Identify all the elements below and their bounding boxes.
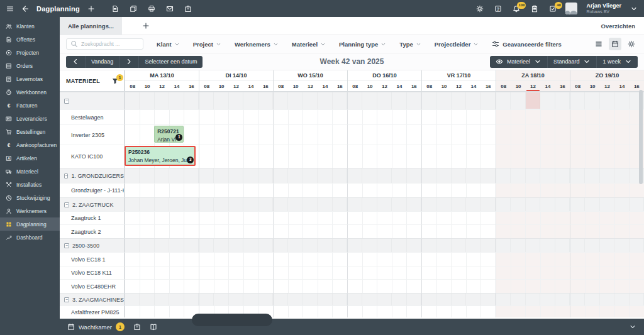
filter-dropdown-materieel[interactable]: Materieel [292,41,326,48]
sidebar-item-offertes[interactable]: Offertes [0,33,60,46]
view-settings-button[interactable] [625,38,638,50]
add-view-icon[interactable] [142,22,150,30]
select-date-button[interactable]: Selecteer een datum [138,56,203,68]
sidebar-item-werkbonnen[interactable]: Werkbonnen [0,85,60,99]
sidebar-item-artikelen[interactable]: AArtikelen [0,151,60,165]
calendar-view-button[interactable] [609,38,621,50]
resource-header-label: MATERIEEL [66,78,100,84]
bell-icon[interactable]: 100 [513,5,520,13]
task-icon[interactable]: 40 [549,5,557,13]
resource-row[interactable]: Bestelwagen [60,109,644,124]
wachtkamer-button[interactable]: Wachtkamer 1 [67,322,125,331]
copy-icon[interactable] [130,5,137,13]
resource-row[interactable]: Volvo EC18 1 [60,252,644,266]
next-button[interactable] [119,56,138,68]
help-icon[interactable]: ? [494,5,502,13]
sidebar-item-stockwijziging[interactable]: Stockwijziging [0,191,60,204]
gear-icon[interactable] [476,5,484,13]
row-label[interactable]: −1. GRONDZUIGERS [60,168,125,183]
resource-row[interactable]: Zaagtruck 2 [60,224,644,238]
resource-row[interactable]: Asfaltfrezer PM825 [60,305,644,317]
mail-icon[interactable] [166,5,174,13]
sidebar-item-orders[interactable]: Orders [0,59,60,72]
group-row[interactable]: −2. ZAAGTRUCK [60,197,644,211]
filter-dropdown-projectleider[interactable]: Projectleider [435,41,479,48]
resource-row[interactable]: Grondzuiger - J-111-HL [60,183,644,197]
archive-button[interactable] [133,323,141,331]
planning-event-R250721[interactable]: R250721Arjan Vl1 [154,126,184,143]
svg-text:€: € [8,142,11,148]
notification-badge: 100 [517,2,526,9]
group-row[interactable]: −2500-3500 [60,238,644,252]
sidebar-item-label: Projecten [16,50,39,56]
filter-dropdown-project[interactable]: Project [193,41,221,48]
filterbar: KlantProjectWerknemersMaterieelPlanning … [60,35,644,53]
row-label[interactable]: − [60,92,125,109]
rows-icon [6,63,12,69]
filter-dropdown-klant[interactable]: Klant [157,41,180,48]
collapse-icon[interactable]: − [64,202,69,207]
row-label[interactable]: −2500-3500 [60,238,125,252]
visibility-resource-dropdown[interactable]: Materieel [490,56,547,68]
collapse-icon[interactable]: − [64,173,68,178]
resource-row[interactable]: Inverter 2305 [60,124,644,145]
sidebar-item-installaties[interactable]: Installaties [0,178,60,191]
resource-row[interactable]: Volvo EC480EHR [60,279,644,293]
search-box[interactable] [66,38,143,50]
sidebar-item-werknemers[interactable]: Werknemers [0,204,60,217]
row-label[interactable]: −2. ZAAGTRUCK [60,197,125,211]
group-row[interactable]: −1. GRONDZUIGERS [60,168,644,183]
sidebar-item-materieel[interactable]: Materieel [0,165,60,178]
sidebar-item-aankoopfacturen[interactable]: €Aankoopfacturen [0,138,60,151]
sidebar-item-label: Dagplanning [16,221,47,228]
sidebar-item-label: Klanten [16,23,35,30]
avatar[interactable] [565,3,577,14]
filter-dropdown-werknemers[interactable]: Werknemers [235,41,279,48]
sidebar-item-levernotas[interactable]: Levernotas [0,72,60,85]
today-button[interactable]: Vandaag [85,56,119,68]
group-row[interactable]: − [60,92,644,109]
filter-dropdowns: KlantProjectWerknemersMaterieelPlanning … [157,41,479,48]
filter-dropdown-type[interactable]: Type [399,41,421,48]
book-button[interactable] [150,323,157,331]
tab-alle-plannings[interactable]: Alle plannings... [60,17,122,35]
hour-label: 10 [214,81,228,91]
preset-dropdown[interactable]: Standaard [547,56,597,68]
chevron-down-icon[interactable] [630,5,638,13]
document-icon[interactable] [111,5,119,13]
sidebar-item-label: Werkbonnen [16,89,47,96]
range-dropdown[interactable]: 1 week [596,56,638,68]
sidebar-item-dashboard[interactable]: Dashboard [0,231,60,244]
resource-row[interactable]: Zaagtruck 1 [60,211,644,224]
collapse-icon[interactable]: − [64,297,69,302]
sidebar-item-dagplanning[interactable]: Dagplanning [0,217,60,231]
resource-filter-button[interactable]: 1 [111,77,119,85]
group-row[interactable]: −3. ZAAGMACHINES [60,293,644,305]
sidebar-item-facturen[interactable]: €Facturen [0,99,60,112]
overzichten-link[interactable]: Overzichten [601,23,635,30]
resource-row[interactable]: Volvo EC18 K11 [60,266,644,279]
row-label[interactable]: −3. ZAAGMACHINES [60,293,125,305]
vertical-scrollbar[interactable] [639,90,643,184]
list-view-button[interactable] [592,38,605,50]
sidebar-item-bestellingen[interactable]: Bestellingen [0,125,60,138]
sidebar-item-klanten[interactable]: Klanten [0,19,60,33]
sidebar-item-leveranciers[interactable]: Leveranciers [0,112,60,125]
advanced-filters-button[interactable]: Geavanceerde filters [492,40,561,48]
menu-icon[interactable] [6,5,14,13]
clipboard-icon[interactable] [531,5,538,13]
collapse-icon[interactable]: − [64,99,69,104]
collapse-bottombar-icon[interactable] [629,323,636,331]
user-menu[interactable]: Arjan Vlieger Robaws BV [586,3,621,14]
day-header: VR 17/100810121416 [421,70,496,91]
sidebar-item-projecten[interactable]: Projecten [0,46,60,59]
archive-icon[interactable] [184,5,192,13]
add-tab-icon[interactable] [87,5,95,13]
prev-button[interactable] [66,56,85,68]
filter-dropdown-planning-type[interactable]: Planning type [339,41,386,48]
search-input[interactable] [81,41,138,47]
collapse-icon[interactable]: − [64,243,69,248]
back-arrow-icon[interactable] [21,5,29,13]
print-icon[interactable] [148,5,155,13]
planning-event-P250236[interactable]: P250236Johan Meyer, Jeroen, Just3 [125,146,196,166]
